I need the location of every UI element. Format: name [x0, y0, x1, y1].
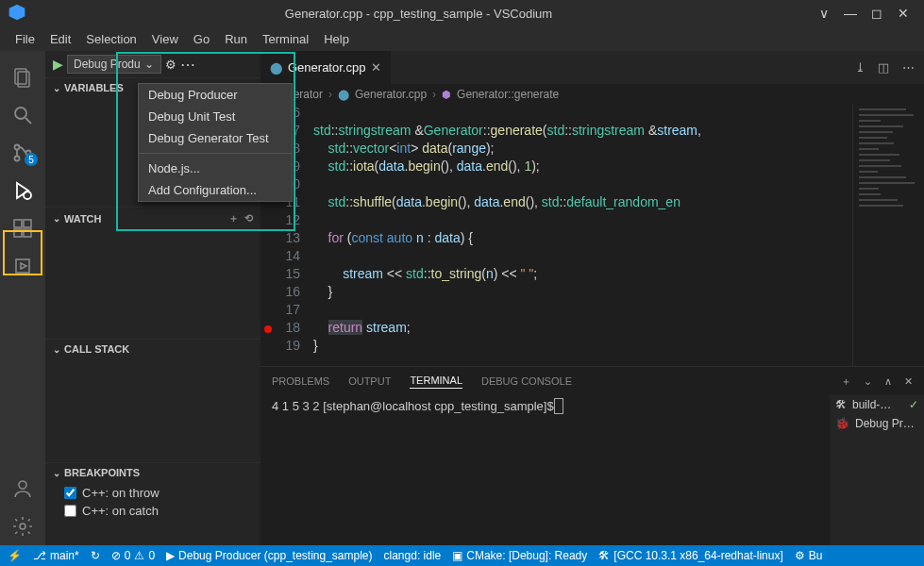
activity-bar: 5	[0, 51, 45, 545]
svg-rect-10	[14, 229, 22, 237]
terminal-prompt: [stephan@localhost cpp_testing_sample]$	[323, 399, 553, 413]
collapse-all-button[interactable]: ⟲	[244, 212, 253, 224]
debug-launch-status[interactable]: ▶ Debug Producer (cpp_testing_sample)	[166, 549, 372, 562]
menu-selection[interactable]: Selection	[78, 32, 143, 46]
launch-settings-gear-icon[interactable]: ⚙	[165, 58, 176, 72]
compare-icon[interactable]: ⤓	[855, 60, 865, 75]
window-title: Generator.cpp - cpp_testing_sample - VSC…	[26, 7, 811, 21]
callstack-section-header[interactable]: ⌄ CALL STACK	[45, 340, 260, 358]
clangd-status[interactable]: clangd: idle	[384, 549, 442, 562]
menu-go[interactable]: Go	[186, 32, 217, 46]
svg-rect-12	[24, 220, 31, 227]
breakpoint-dot[interactable]	[264, 325, 272, 333]
split-editor-icon[interactable]: ◫	[878, 60, 889, 75]
cmake-status[interactable]: ▣ CMake: [Debug]: Ready	[452, 549, 587, 562]
breakpoint-checkbox[interactable]	[64, 505, 76, 517]
svg-point-2	[15, 108, 26, 119]
new-terminal-button[interactable]: ＋	[841, 375, 851, 387]
titlebar: Generator.cpp - cpp_testing_sample - VSC…	[0, 0, 924, 26]
menu-help[interactable]: Help	[316, 32, 357, 46]
menu-edit[interactable]: Edit	[42, 32, 78, 46]
status-bar: ⚡ ⎇ main* ↻ ⊘ 0 ⚠ 0 ▶ Debug Producer (cp…	[0, 545, 924, 566]
section-title: CALL STACK	[64, 343, 253, 355]
svg-point-5	[15, 157, 20, 161]
menu-view[interactable]: View	[144, 32, 186, 46]
cpp-file-icon: ⬤	[270, 61, 282, 75]
panel-tab-debug-console[interactable]: DEBUG CONSOLE	[481, 375, 572, 387]
terminal-instance[interactable]: 🛠build-…✓	[830, 395, 924, 414]
scm-badge: 5	[25, 153, 38, 166]
maximize-button[interactable]: ◻	[864, 6, 890, 21]
search-icon[interactable]	[0, 96, 45, 134]
bug-icon: 🐞	[835, 417, 849, 430]
launch-menu-item[interactable]: Debug Producer	[139, 84, 292, 106]
tab-bar: ⬤ Generator.cpp ✕ ⤓ ◫ ⋯	[260, 51, 924, 84]
breakpoint-checkbox[interactable]	[64, 487, 76, 499]
close-tab-button[interactable]: ✕	[371, 60, 381, 75]
breadcrumb[interactable]: Generator › ⬤ Generator.cpp › ⬢ Generato…	[260, 84, 924, 105]
kit-status[interactable]: 🛠 [GCC 10.3.1 x86_64-redhat-linux]	[598, 549, 782, 562]
svg-point-15	[19, 481, 26, 489]
maximize-panel-button[interactable]: ∧	[884, 375, 892, 387]
wrench-icon: 🛠	[835, 398, 847, 411]
menu-terminal[interactable]: Terminal	[255, 32, 316, 46]
breakpoint-label: C++: on throw	[82, 486, 160, 500]
chevron-down-icon: ⌄	[53, 468, 60, 478]
editor-area: ⬤ Generator.cpp ✕ ⤓ ◫ ⋯ Generator › ⬤ Ge…	[260, 51, 924, 545]
test-icon[interactable]	[0, 247, 45, 285]
remote-status[interactable]: ⚡	[8, 549, 22, 562]
minimize-button[interactable]: —	[837, 6, 864, 21]
add-watch-button[interactable]: ＋	[228, 212, 239, 224]
minimize-button[interactable]: ∨	[811, 6, 837, 21]
close-window-button[interactable]: ✕	[890, 6, 916, 21]
git-branch-status[interactable]: ⎇ main*	[33, 549, 79, 562]
svg-marker-14	[21, 263, 26, 269]
code-editor[interactable]: 678910111213141516171819 std::stringstre…	[260, 105, 924, 366]
svg-point-4	[15, 145, 20, 150]
close-panel-button[interactable]: ✕	[904, 375, 913, 387]
svg-rect-9	[14, 220, 22, 227]
chevron-down-icon: ⌄	[53, 83, 60, 93]
svg-line-3	[25, 118, 31, 124]
explorer-icon[interactable]	[0, 58, 45, 96]
terminal-instance-label: Debug Pr…	[855, 417, 918, 430]
extensions-icon[interactable]	[0, 209, 45, 247]
breadcrumb-file: Generator.cpp	[355, 88, 427, 101]
terminal-instance[interactable]: 🐞Debug Pr…	[830, 414, 924, 433]
launch-menu-item[interactable]: Add Configuration...	[139, 179, 292, 201]
minimap[interactable]	[852, 105, 924, 366]
terminal-dropdown-icon[interactable]: ⌄	[864, 375, 872, 387]
svg-point-8	[24, 191, 31, 199]
breakpoint-row[interactable]: C++: on catch	[64, 502, 253, 520]
tab-label: Generator.cpp	[288, 60, 365, 75]
launch-menu-item[interactable]: Debug Unit Test	[139, 106, 292, 127]
settings-gear-icon[interactable]	[0, 508, 45, 545]
more-actions-icon[interactable]: ⋯	[902, 60, 915, 75]
launch-config-dropdown[interactable]: Debug Produ ⌄	[67, 55, 161, 74]
panel-tab-problems[interactable]: PROBLEMS	[272, 375, 329, 387]
sync-status[interactable]: ↻	[91, 549, 100, 562]
breakpoint-label: C++: on catch	[82, 504, 159, 518]
problems-status[interactable]: ⊘ 0 ⚠ 0	[111, 549, 155, 562]
more-actions-icon[interactable]: ⋯	[180, 56, 195, 74]
editor-tab[interactable]: ⬤ Generator.cpp ✕	[260, 51, 392, 84]
panel-tab-terminal[interactable]: TERMINAL	[410, 375, 462, 389]
breakpoints-section-header[interactable]: ⌄ BREAKPOINTS	[45, 463, 260, 482]
start-debug-button[interactable]: ▶	[53, 57, 63, 72]
chevron-down-icon: ⌄	[53, 213, 60, 224]
terminal-output[interactable]: 4 1 5 3 2 [stephan@localhost cpp_testing…	[260, 395, 830, 545]
account-icon[interactable]	[0, 470, 45, 508]
menu-run[interactable]: Run	[217, 32, 255, 46]
launch-menu-item[interactable]: Node.js...	[139, 158, 292, 179]
terminal-instance-label: build-…	[852, 398, 903, 411]
watch-section-header[interactable]: ⌄ WATCH ＋⟲	[45, 208, 260, 229]
run-debug-icon[interactable]	[0, 172, 45, 209]
launch-config-selected: Debug Produ	[74, 58, 141, 71]
panel-tab-output[interactable]: OUTPUT	[348, 375, 391, 387]
build-status[interactable]: ⚙ Bu	[795, 549, 823, 562]
launch-menu-item[interactable]: Debug Generator Test	[139, 127, 292, 149]
menu-file[interactable]: File	[8, 32, 42, 46]
debug-sidebar: ▶ Debug Produ ⌄ ⚙ ⋯ Debug ProducerDebug …	[45, 51, 260, 545]
breakpoint-row[interactable]: C++: on throw	[64, 484, 253, 502]
source-control-icon[interactable]: 5	[0, 134, 45, 172]
